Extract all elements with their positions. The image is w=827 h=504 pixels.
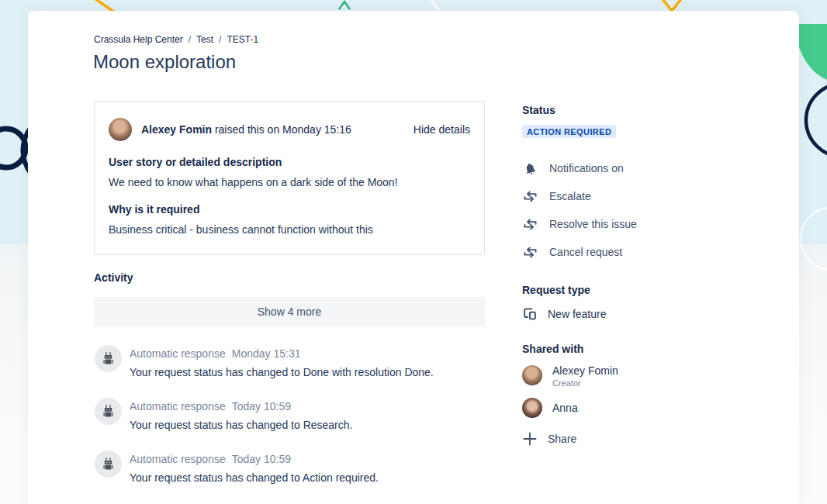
- person-name: Alexey Fomin: [552, 365, 618, 377]
- orange-vee-decoration: [660, 0, 683, 11]
- share-button[interactable]: Share: [522, 431, 755, 447]
- activity-item-meta: Automatic responseMonday 15:31: [130, 347, 434, 360]
- person-role: Creator: [552, 378, 618, 388]
- field-value-why-required: Business critical - business cannot func…: [109, 223, 470, 236]
- page-title: Moon exploration: [93, 51, 236, 73]
- reporter-name: Alexey Fomin: [141, 123, 212, 136]
- transition-icon: [522, 190, 538, 203]
- request-details-card: Alexey Fomin raised this on Monday 15:16…: [94, 101, 485, 255]
- robot-icon: [101, 457, 116, 471]
- breadcrumb-separator: /: [219, 34, 221, 45]
- plus-icon: [522, 431, 538, 447]
- cancel-request-label: Cancel request: [549, 246, 622, 258]
- breadcrumb-help-center-link[interactable]: Crassula Help Center: [94, 34, 183, 45]
- activity-item-body: Automatic responseMonday 15:31 Your requ…: [130, 345, 434, 378]
- transition-icon: [522, 218, 538, 231]
- cancel-request-action[interactable]: Cancel request: [522, 244, 755, 260]
- activity-heading: Activity: [94, 271, 133, 284]
- request-details-header: Alexey Fomin raised this on Monday 15:16…: [109, 118, 470, 141]
- action-list: Notifications on Escalate Resolve this i…: [522, 161, 755, 260]
- activity-message: Your request status has changed to Done …: [130, 366, 434, 378]
- resolve-issue-action[interactable]: Resolve this issue: [522, 216, 755, 232]
- robot-icon: [101, 351, 116, 366]
- hide-details-link[interactable]: Hide details: [414, 123, 470, 136]
- field-value-user-story: We need to know what happens on a dark s…: [109, 176, 470, 188]
- activity-item: Automatic responseToday 10:59 Your reque…: [95, 398, 490, 431]
- breadcrumb: Crassula Help Center/Test/TEST-1: [94, 34, 258, 45]
- robot-icon: [101, 404, 116, 419]
- resolve-issue-label: Resolve this issue: [549, 218, 637, 230]
- request-type-value: New feature: [548, 308, 606, 320]
- request-sidebar: Status ACTION REQUIRED Notifications on …: [522, 104, 755, 447]
- white-ring-right-decoration: [801, 208, 827, 270]
- raised-on-text: raised this on Monday 15:16: [212, 123, 351, 136]
- automation-avatar: [95, 398, 122, 425]
- breadcrumb-issue-link[interactable]: TEST-1: [227, 34, 258, 45]
- activity-item-meta: Automatic responseToday 10:59: [130, 453, 379, 465]
- bell-icon: [522, 162, 538, 175]
- black-ring-right-decoration: [806, 84, 827, 157]
- status-badge: ACTION REQUIRED: [522, 125, 616, 138]
- breadcrumb-separator: /: [189, 34, 191, 45]
- shared-with-heading: Shared with: [522, 343, 755, 355]
- automation-avatar: [95, 345, 122, 372]
- field-label-why-required: Why is it required: [109, 203, 470, 216]
- activity-timestamp: Today 10:59: [232, 400, 291, 413]
- activity-item-body: Automatic responseToday 10:59 Your reque…: [130, 450, 379, 484]
- activity-author: Automatic response: [130, 347, 226, 360]
- share-label: Share: [548, 433, 576, 445]
- escalate-action[interactable]: Escalate: [522, 188, 755, 204]
- new-feature-icon: [522, 306, 538, 322]
- show-more-button[interactable]: Show 4 more: [94, 297, 485, 326]
- activity-message: Your request status has changed to Actio…: [130, 471, 379, 484]
- activity-author: Automatic response: [130, 400, 226, 413]
- person-avatar: [522, 398, 542, 418]
- green-caret-decoration: [339, 2, 350, 9]
- field-label-user-story: User story or detailed description: [109, 156, 470, 168]
- raised-text: Alexey Fomin raised this on Monday 15:16: [141, 123, 351, 136]
- white-line-decoration: [429, 0, 439, 10]
- transition-icon: [522, 246, 538, 259]
- activity-item: Automatic responseToday 10:59 Your reque…: [95, 450, 490, 484]
- person-name: Anna: [552, 398, 578, 418]
- notifications-label: Notifications on: [549, 162, 624, 174]
- activity-timestamp: Monday 15:31: [232, 347, 301, 360]
- request-type-heading: Request type: [522, 284, 755, 296]
- breadcrumb-project-link[interactable]: Test: [196, 34, 213, 45]
- person-info: Anna: [552, 398, 578, 418]
- main-panel: Crassula Help Center/Test/TEST-1 Moon ex…: [28, 11, 799, 504]
- shared-person-row: Anna: [522, 398, 755, 418]
- person-info: Alexey Fomin Creator: [552, 365, 618, 388]
- reporter-avatar: [109, 118, 132, 141]
- description-section: User story or detailed description We ne…: [109, 156, 470, 236]
- activity-item: Automatic responseMonday 15:31 Your requ…: [95, 345, 490, 378]
- automation-avatar: [95, 450, 122, 478]
- activity-timestamp: Today 10:59: [232, 453, 291, 465]
- activity-item-body: Automatic responseToday 10:59 Your reque…: [130, 398, 352, 431]
- notifications-toggle[interactable]: Notifications on: [522, 161, 755, 176]
- shared-person-row: Alexey Fomin Creator: [522, 365, 755, 388]
- status-heading: Status: [522, 104, 755, 116]
- activity-message: Your request status has changed to Resea…: [130, 419, 352, 431]
- person-avatar: [522, 365, 542, 385]
- activity-author: Automatic response: [130, 453, 226, 465]
- escalate-label: Escalate: [549, 190, 591, 202]
- activity-item-meta: Automatic responseToday 10:59: [130, 400, 352, 413]
- request-type-row: New feature: [522, 306, 755, 322]
